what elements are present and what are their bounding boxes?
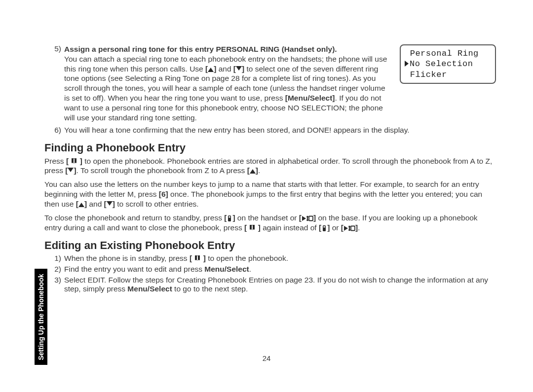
step-5-title: Assign a personal ring tone for this ent… (64, 44, 391, 54)
lcd-line-1: Personal Ring (405, 48, 491, 59)
list-number: 6) (44, 126, 64, 135)
bracket-close: ] (256, 223, 260, 232)
page-number: 24 (0, 354, 533, 362)
bracket-open: [ (244, 223, 249, 232)
text: to go to the next step. (172, 285, 248, 293)
edit-step-3: 3) Select EDIT. Follow the steps for Cre… (44, 276, 496, 293)
bracket-close: ] (201, 254, 205, 262)
play-stop-icon (343, 225, 355, 231)
down-arrow-icon (68, 168, 74, 172)
text: to open the phonebook. (206, 254, 288, 262)
text: . (358, 223, 360, 232)
bracket-open: [ (190, 254, 194, 262)
text: again instead of (261, 223, 319, 232)
step-5: 5) Assign a personal ring tone for this … (44, 44, 496, 123)
svg-rect-1 (229, 216, 230, 217)
text: on the handset or (235, 214, 299, 222)
side-tab: Setting Up the Phonebook (35, 269, 47, 365)
end-call-icon (321, 225, 327, 232)
down-arrow-icon (107, 201, 113, 206)
lcd-display: Personal Ring No Selection Flicker (400, 44, 496, 84)
bracket-open: [ (66, 157, 71, 165)
phonebook-icon (249, 224, 256, 231)
phonebook-icon (71, 158, 77, 165)
menu-select-label: [Menu/Select] (285, 94, 335, 102)
bracket-close: ] (77, 157, 82, 165)
text: and (87, 200, 104, 208)
editing-heading: Editing an Existing Phonebook Entry (44, 239, 496, 252)
finding-p1: Press [ ] to open the phonebook. Phonebo… (44, 156, 496, 176)
text: To close the phonebook and return to sta… (44, 214, 224, 222)
list-number: 3) (44, 276, 64, 293)
text: or (330, 223, 341, 232)
up-arrow-icon (208, 68, 214, 72)
menu-select-label: Menu/Select (204, 265, 249, 273)
cursor-icon (405, 61, 409, 67)
text: . To scroll trough the phonebook from Z … (76, 166, 247, 175)
svg-rect-2 (309, 216, 313, 220)
list-number: 5) (44, 44, 64, 123)
step-5-text-b: and (216, 65, 233, 73)
end-call-icon (227, 215, 232, 222)
svg-rect-5 (351, 226, 355, 230)
text: Find the entry you want to edit and pres… (64, 265, 204, 273)
page-content: 5) Assign a personal ring tone for this … (44, 44, 496, 295)
text: . (258, 166, 260, 175)
down-arrow-icon (236, 66, 242, 71)
up-arrow-icon (78, 203, 84, 207)
key-6: [6] (159, 190, 168, 198)
list-number: 2) (44, 265, 64, 274)
up-arrow-icon (250, 169, 256, 174)
edit-step-2: 2) Find the entry you want to edit and p… (44, 265, 496, 274)
text: . (249, 265, 251, 273)
play-stop-icon (302, 215, 313, 221)
side-tab-label: Setting Up the Phonebook (37, 274, 45, 360)
step-6-text: You will hear a tone confirming that the… (64, 126, 496, 135)
finding-p3: To close the phonebook and return to sta… (44, 213, 496, 233)
lcd-line-2: No Selection (405, 59, 491, 69)
list-number: 1) (44, 254, 64, 263)
lcd-line-2-text: No Selection (410, 59, 473, 69)
text: Press (44, 157, 66, 165)
step-6: 6) You will hear a tone confirming that … (44, 126, 496, 135)
lcd-line-3: Flicker (405, 70, 491, 80)
text: to scroll to other entries. (115, 200, 199, 208)
svg-rect-4 (324, 226, 325, 227)
phonebook-icon (194, 255, 201, 262)
menu-select-label: Menu/Select (127, 285, 172, 293)
text: When the phone is in standby, press (64, 254, 190, 262)
edit-step-1: 1) When the phone is in standby, press [… (44, 254, 496, 263)
finding-p2: You can also use the letters on the numb… (44, 179, 496, 209)
finding-heading: Finding a Phonebook Entry (44, 142, 496, 154)
